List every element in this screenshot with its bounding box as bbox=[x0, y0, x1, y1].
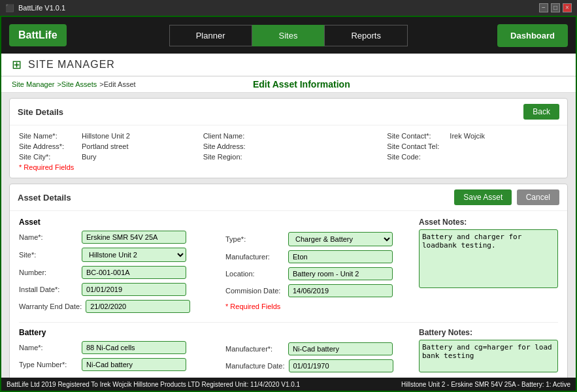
nav-links: Planner Sites Reports bbox=[80, 25, 498, 46]
asset-manufacturer-label: Manufacturer: bbox=[225, 253, 284, 261]
site-manager-title: SITE MANAGER bbox=[28, 59, 115, 71]
asset-details-header: Asset Details Save Asset Cancel bbox=[10, 184, 567, 211]
close-btn[interactable]: × bbox=[563, 3, 572, 12]
main-window: BattLife Planner Sites Reports Dashboard… bbox=[0, 16, 577, 392]
asset-warranty-row: Warranty End Date: bbox=[19, 300, 215, 313]
asset-details-title: Asset Details bbox=[18, 193, 71, 203]
battery-row: Battery Name*: Type Number*: bbox=[19, 322, 558, 376]
asset-type-select[interactable]: Charger & Battery bbox=[288, 232, 393, 246]
site-contact-tel-label: Site Contact Tel: bbox=[387, 142, 446, 150]
asset-section-label: Asset bbox=[19, 218, 215, 227]
save-asset-button[interactable]: Save Asset bbox=[454, 189, 512, 205]
status-right: Hillstone Unit 2 - Erskine SMR 54V 25A -… bbox=[401, 381, 570, 388]
site-address2-row: Site Address: bbox=[203, 142, 374, 150]
site-details-title: Site Details bbox=[18, 107, 63, 117]
site-details-header: Site Details Back bbox=[10, 99, 567, 125]
asset-site-label: Site*: bbox=[19, 251, 78, 259]
client-name-row: Client Name: bbox=[203, 132, 374, 140]
site-address-label: Site Address*: bbox=[19, 142, 78, 150]
site-contact-tel-row: Site Contact Tel: bbox=[387, 142, 558, 150]
asset-install-date-label: Install Date*: bbox=[19, 286, 78, 293]
battery-manufacturer-row: Manufacturer*: bbox=[225, 342, 408, 355]
asset-install-date-input[interactable] bbox=[82, 283, 186, 296]
asset-action-buttons: Save Asset Cancel bbox=[454, 189, 559, 205]
battery-manufacture-date-row: Manufacture Date: bbox=[225, 359, 408, 372]
dashboard-button[interactable]: Dashboard bbox=[497, 24, 568, 47]
site-details-body: Site Name*: Hillstone Unit 2 Site Addres… bbox=[10, 125, 567, 178]
site-required-note: * Required Fields bbox=[19, 163, 190, 171]
title-bar: ⬛ BattLife V1.0.1 − □ × bbox=[0, 0, 577, 16]
nav-reports[interactable]: Reports bbox=[324, 25, 408, 46]
cancel-button[interactable]: Cancel bbox=[517, 189, 559, 205]
battery-section: Battery Name*: Type Number*: bbox=[19, 322, 558, 376]
asset-middle-col: Type*: Charger & Battery Manufacturer: L… bbox=[225, 218, 408, 317]
battery-notes-col: Battery Notes: Battery and cg=harger for… bbox=[419, 328, 558, 376]
asset-warranty-input[interactable] bbox=[86, 300, 190, 313]
back-button[interactable]: Back bbox=[523, 104, 559, 120]
asset-name-label: Name*: bbox=[19, 233, 78, 241]
page-title: Edit Asset Information bbox=[253, 79, 350, 90]
site-code-row: Site Code: bbox=[387, 153, 558, 161]
status-bar: BattLife Ltd 2019 Registered To Irek Woj… bbox=[1, 378, 576, 391]
site-address2-label: Site Address: bbox=[203, 142, 262, 150]
site-name-value: Hillstone Unit 2 bbox=[82, 132, 130, 140]
asset-warranty-label: Warranty End Date: bbox=[19, 302, 82, 310]
asset-site-row: Site*: Hillstone Unit 2 bbox=[19, 248, 215, 262]
battery-type-row: Type Number*: bbox=[19, 358, 215, 371]
battery-manufacturer-label: Manufacturer*: bbox=[225, 345, 284, 353]
status-left: BattLife Ltd 2019 Registered To Irek Woj… bbox=[7, 381, 300, 388]
client-name-label: Client Name: bbox=[203, 132, 262, 140]
asset-manufacturer-input[interactable] bbox=[288, 250, 393, 263]
site-details-card: Site Details Back Site Name*: Hillstone … bbox=[9, 98, 568, 178]
site-region-label: Site Region: bbox=[203, 153, 262, 161]
battery-type-label: Type Number*: bbox=[19, 361, 78, 368]
battery-label: Battery bbox=[19, 328, 215, 337]
battery-type-input[interactable] bbox=[82, 358, 186, 371]
breadcrumb-site-manager[interactable]: Site Manager bbox=[12, 80, 54, 88]
asset-commission-input[interactable] bbox=[288, 284, 393, 297]
asset-right-col: Asset Notes: Battery and charger for loa… bbox=[419, 218, 558, 317]
asset-notes-label: Asset Notes: bbox=[419, 218, 558, 227]
asset-site-select[interactable]: Hillstone Unit 2 bbox=[82, 248, 186, 262]
asset-install-date-row: Install Date*: bbox=[19, 283, 215, 296]
content-area: ⊞ SITE MANAGER Site Manager >Site Assets… bbox=[1, 54, 576, 378]
asset-location-input[interactable] bbox=[288, 267, 393, 280]
breadcrumb-edit-asset: >Edit Asset bbox=[99, 80, 135, 88]
battery-manufacturer-input[interactable] bbox=[288, 342, 393, 355]
asset-type-row: Type*: Charger & Battery bbox=[225, 232, 408, 246]
app-icon: ⬛ bbox=[5, 4, 14, 12]
asset-notes-textarea[interactable]: Battery and charger for loadbank testing… bbox=[419, 229, 558, 288]
battery-notes-textarea[interactable]: Battery and cg=harger for load bank test… bbox=[419, 340, 558, 372]
battery-name-input[interactable] bbox=[82, 341, 186, 354]
breadcrumb-path: Site Manager >Site Assets >Edit Asset bbox=[12, 80, 136, 88]
maximize-btn[interactable]: □ bbox=[551, 3, 560, 12]
asset-manufacturer-row: Manufacturer: bbox=[225, 250, 408, 263]
site-manager-header: ⊞ SITE MANAGER bbox=[1, 54, 576, 76]
site-fields-right: Site Contact*: Irek Wojcik Site Contact … bbox=[387, 132, 558, 171]
battery-manufacture-date-input[interactable] bbox=[289, 359, 393, 372]
asset-number-label: Number: bbox=[19, 269, 78, 276]
battery-notes-label: Battery Notes: bbox=[419, 328, 558, 337]
site-region-row: Site Region: bbox=[203, 153, 374, 161]
site-contact-row: Site Contact*: Irek Wojcik bbox=[387, 132, 558, 140]
nav-sites[interactable]: Sites bbox=[252, 25, 325, 46]
asset-commission-row: Commision Date: bbox=[225, 284, 408, 297]
site-fields-middle: Client Name: Site Address: Site Region: bbox=[203, 132, 374, 171]
battery-name-row: Name*: bbox=[19, 341, 215, 354]
breadcrumb: Site Manager >Site Assets >Edit Asset Ed… bbox=[1, 76, 576, 93]
site-fields-left: Site Name*: Hillstone Unit 2 Site Addres… bbox=[19, 132, 190, 171]
battery-manufacture-date-label: Manufacture Date: bbox=[225, 362, 285, 370]
asset-number-input[interactable] bbox=[82, 266, 186, 279]
battery-name-label: Name*: bbox=[19, 344, 78, 351]
asset-location-label: Location: bbox=[225, 270, 284, 278]
nav-planner[interactable]: Planner bbox=[169, 25, 252, 46]
site-manager-icon: ⊞ bbox=[12, 57, 22, 72]
asset-left-col: Asset Name*: Site*: Hillstone Unit 2 bbox=[19, 218, 215, 317]
minimize-btn[interactable]: − bbox=[539, 3, 548, 12]
site-contact-label: Site Contact*: bbox=[387, 132, 446, 140]
asset-details-body: Asset Name*: Site*: Hillstone Unit 2 bbox=[10, 211, 567, 378]
breadcrumb-site-assets[interactable]: >Site Assets bbox=[57, 80, 97, 88]
site-address-value: Portland street bbox=[82, 142, 129, 150]
site-contact-value: Irek Wojcik bbox=[450, 132, 485, 140]
asset-name-input[interactable] bbox=[82, 231, 186, 244]
